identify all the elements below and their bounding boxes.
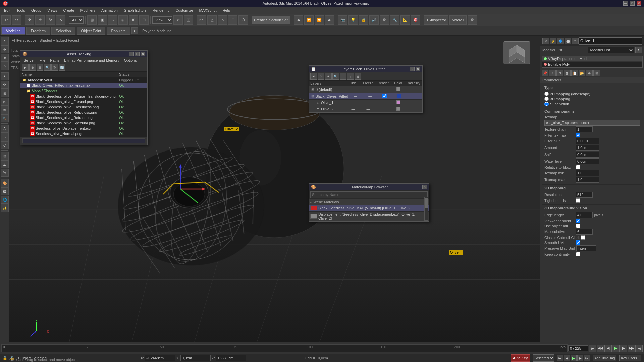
side-btn-motion[interactable]: ▷ xyxy=(1,98,9,106)
tb-btn-25[interactable]: 🔊 xyxy=(369,15,379,25)
at-row-img2[interactable]: 🖼 Black_Seedless_olive_Fresnel.png Ok xyxy=(20,99,147,104)
menu-item-modifiers[interactable]: Modifiers xyxy=(77,8,98,13)
lm-btn-2[interactable]: ✕ xyxy=(318,73,324,80)
anim-btn-next-frame[interactable]: ▶ xyxy=(620,345,627,352)
classic-catmull-check[interactable] xyxy=(581,235,585,240)
menu-item-rendering[interactable]: Rendering xyxy=(150,8,172,13)
lm-btn-6[interactable]: ↑ xyxy=(347,73,354,80)
shift-input[interactable] xyxy=(576,152,599,158)
tb-btn-5[interactable]: ▦ xyxy=(87,15,97,25)
at-row-vault[interactable]: 📁 Autodesk Vault Logged Out ... xyxy=(20,77,147,83)
at-row-img5[interactable]: 🖼 Black_Seedless_olive_Refract.png Ok xyxy=(20,115,147,120)
view-dropdown[interactable]: View xyxy=(152,16,172,24)
tb-btn-6[interactable]: ▣ xyxy=(98,15,107,25)
tb-btn-27[interactable]: 🔧 xyxy=(390,15,399,25)
filter-blur-input[interactable] xyxy=(576,138,599,144)
tb-btn-13[interactable]: 2.5 xyxy=(197,15,206,25)
at-row-maxfile[interactable]: 📄 Black_Olives_Pitted_max_vray.max Ok xyxy=(20,83,147,88)
select-btn[interactable]: ✤ xyxy=(25,15,34,25)
select-filter-dropdown[interactable]: All xyxy=(69,16,84,24)
lm-btn-7[interactable]: ⊕ xyxy=(355,73,361,80)
lm-btn-1[interactable]: ☀ xyxy=(310,73,317,80)
modifier-editable-poly[interactable]: Editable Poly xyxy=(542,62,642,67)
sub-toolbar-options[interactable]: ▸ xyxy=(131,27,138,34)
at-tb-refresh[interactable]: 🔄 xyxy=(59,64,65,71)
filter-texmap-check[interactable] xyxy=(576,133,580,137)
lm-row-black-olives[interactable]: ⊟ Black_Olives_Pitted — — xyxy=(309,93,422,100)
macro1-btn[interactable]: Macro1 xyxy=(449,15,467,25)
at-tb-4[interactable]: 🔍 xyxy=(44,64,51,71)
mat-browser-titlebar[interactable]: 🎨 Material/Map Browser ✕ xyxy=(309,184,429,190)
tab-selection[interactable]: Selection xyxy=(51,27,75,35)
undo-btn[interactable]: ↩ xyxy=(1,15,11,25)
at-row-img3[interactable]: 🖼 Black_Seedless_olive_Glossiness.png Ok xyxy=(20,104,147,110)
tb-btn-26[interactable]: ⚙ xyxy=(380,15,389,25)
resolution-input[interactable] xyxy=(576,192,593,198)
side-btn-a[interactable]: A xyxy=(1,125,9,133)
tb-btn-19[interactable]: ⏪ xyxy=(304,15,314,25)
tb-btn-9[interactable]: ⊞ xyxy=(129,15,138,25)
tb-btn-17[interactable]: ⬡ xyxy=(238,15,248,25)
side-btn-c[interactable]: C xyxy=(1,141,9,149)
lm-row-olive1[interactable]: ⊙ Olive_1 — — xyxy=(309,100,422,106)
texmap-btn[interactable]: ess_olive_Displacement.exr) xyxy=(544,120,640,126)
tb-btn-16[interactable]: ⊞ xyxy=(228,15,237,25)
lm-close-btn[interactable]: ✕ xyxy=(416,67,420,71)
at-tb-2[interactable]: ⊕ xyxy=(29,64,36,71)
key-filters-btn[interactable]: Key Filters... xyxy=(619,355,641,361)
mb-section-title[interactable]: - Scene Materials xyxy=(309,199,429,205)
x-coord-input[interactable] xyxy=(145,355,175,361)
menu-item-customize[interactable]: Customize xyxy=(173,8,196,13)
tb-btn-15[interactable]: % xyxy=(218,15,227,25)
at-row-img8[interactable]: 🖼 Seedless_olive_Normal.png Ok xyxy=(20,131,147,136)
side-btn-display[interactable]: 👁 xyxy=(1,106,9,114)
pb-btn-5[interactable]: ⏭ xyxy=(584,355,590,361)
modifier-list-dropdown[interactable]: Modifier List xyxy=(588,47,634,53)
at-menu-server[interactable]: Server xyxy=(22,58,37,63)
rotate-btn[interactable]: ↻ xyxy=(46,15,55,25)
mb-scrollbar[interactable] xyxy=(424,197,428,221)
menu-item-create[interactable]: Create xyxy=(60,8,77,13)
tb-btn-12[interactable]: ◫ xyxy=(184,15,193,25)
anim-btn-play[interactable]: ▶ xyxy=(612,345,620,352)
at-tb-1[interactable]: ▶ xyxy=(22,64,29,71)
at-maximize[interactable]: □ xyxy=(135,52,140,56)
mb-search-input[interactable] xyxy=(310,191,428,198)
maximize-btn[interactable]: □ xyxy=(630,1,635,6)
at-tb-5[interactable]: ↻ xyxy=(51,64,58,71)
at-tb-3[interactable]: ⊞ xyxy=(37,64,43,71)
mod-copy-btn[interactable]: 📋 xyxy=(571,70,578,76)
tb-btn-24[interactable]: 🔒 xyxy=(359,15,368,25)
menu-item-edit[interactable]: Edit xyxy=(1,8,13,13)
at-menu-options[interactable]: Options xyxy=(122,58,139,63)
tb-btn-14[interactable]: △ xyxy=(207,15,217,25)
type-subdiv-radio[interactable] xyxy=(544,102,549,106)
smooth-uvs-check[interactable] xyxy=(576,240,580,245)
mod-make-unique-btn[interactable]: ⊕ xyxy=(586,70,593,76)
side-btn-select[interactable]: ↖ xyxy=(1,37,9,45)
water-level-input[interactable] xyxy=(576,158,599,164)
side-btn-scale[interactable]: ⤡ xyxy=(1,62,9,70)
tab-object-paint[interactable]: Object Paint xyxy=(77,27,106,35)
preserve-map-bnd-input[interactable] xyxy=(576,245,596,251)
side-btn-angle[interactable]: ∠ xyxy=(1,160,9,168)
side-btn-create[interactable]: + xyxy=(1,72,9,80)
side-btn-hierarchy[interactable]: ⊞ xyxy=(1,89,9,97)
lm-help-btn[interactable]: ? xyxy=(410,67,415,71)
texmap-min-input[interactable] xyxy=(576,170,599,176)
type-2d-radio[interactable] xyxy=(544,92,549,96)
lm-row-default[interactable]: ⊞ 0 (default) — — xyxy=(309,86,422,93)
side-btn-percent[interactable]: % xyxy=(1,169,9,177)
tab-populate[interactable]: Populate xyxy=(107,27,130,35)
side-btn-material[interactable]: 🎨 xyxy=(1,179,9,187)
tab-freeform[interactable]: Freeform xyxy=(26,27,50,35)
anim-btn-go-end[interactable]: ⏭ xyxy=(635,345,643,352)
side-btn-rotate[interactable]: ↻ xyxy=(1,54,9,62)
use-object-mtl-check[interactable] xyxy=(576,224,580,228)
mb-close-btn[interactable]: ✕ xyxy=(422,185,427,189)
pb-btn-1[interactable]: ⏮ xyxy=(557,355,563,361)
selected-dropdown[interactable]: Selected xyxy=(533,354,554,362)
tb-btn-10[interactable]: ⊡ xyxy=(139,15,149,25)
timeline-track[interactable]: 0 25 50 75 100 150 200 225 xyxy=(1,344,568,352)
tb-btn-8[interactable]: ◎ xyxy=(118,15,128,25)
